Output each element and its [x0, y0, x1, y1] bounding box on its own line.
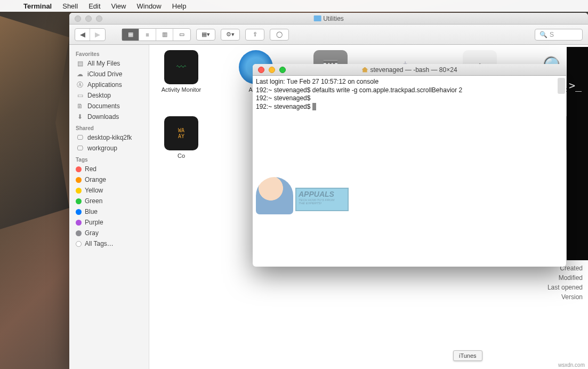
sidebar-icloud-drive[interactable]: ☁iCloud Drive — [69, 69, 149, 79]
app-label: Activity Monitor — [162, 86, 202, 93]
action-button[interactable]: ⚙▾ — [221, 29, 240, 41]
sidebar-item-label: iCloud Drive — [87, 70, 122, 78]
terminal-window: stevenaged — -bash — 80×24 Last login: T… — [253, 64, 566, 267]
applications-icon: Ⓐ — [76, 81, 84, 89]
tags-button[interactable]: ◯ — [270, 29, 289, 41]
tag-dot-icon — [76, 209, 82, 215]
menubar: Terminal Shell Edit View Window Help — [0, 0, 588, 12]
tag-red[interactable]: Red — [69, 164, 149, 174]
tag-green[interactable]: Green — [69, 196, 149, 206]
nav-buttons: ◀ ▶ — [75, 28, 106, 41]
terminal-title: stevenaged — -bash — 80×24 — [361, 66, 457, 74]
forward-button[interactable]: ▶ — [90, 29, 105, 41]
computer-icon: 🖵 — [76, 145, 84, 152]
tag-blue[interactable]: Blue — [69, 206, 149, 217]
console-icon: WAAY — [164, 116, 198, 150]
sidebar-item-label: Blue — [85, 208, 98, 215]
prompt-icon: >_ — [567, 47, 588, 124]
app-menu[interactable]: Terminal — [18, 2, 57, 10]
all-my-files-icon: ▤ — [76, 60, 84, 67]
tag-dot-icon — [76, 166, 82, 172]
sidebar-item-label: Orange — [85, 176, 106, 183]
sidebar-applications[interactable]: ⒶApplications — [69, 79, 149, 90]
window-menu[interactable]: Window — [132, 2, 167, 10]
app-console[interactable]: WAAY Co — [160, 116, 203, 159]
sidebar-item-label: All Tags… — [85, 240, 114, 247]
documents-icon: 🗎 — [76, 102, 84, 110]
sidebar-item-label: Green — [85, 197, 102, 205]
tags-header: Tags — [69, 154, 149, 164]
view-switcher: ▦ ≡ ▥ ▭ — [122, 28, 191, 41]
back-button[interactable]: ◀ — [75, 29, 90, 41]
shell-menu[interactable]: Shell — [57, 2, 83, 10]
sidebar-shared-desktop[interactable]: 🖵desktop-kikq2fk — [69, 132, 149, 143]
tag-dot-icon — [76, 220, 82, 226]
tag-orange[interactable]: Orange — [69, 174, 149, 185]
tag-all-tags[interactable]: All Tags… — [69, 238, 149, 249]
background-terminal-preview: >_ — [567, 47, 588, 260]
favorites-header: Favorites — [69, 48, 149, 58]
tag-purple[interactable]: Purple — [69, 217, 149, 228]
sidebar-downloads[interactable]: ⬇Downloads — [69, 111, 149, 122]
sidebar-item-label: Gray — [85, 229, 99, 237]
dock-tooltip: iTunes — [453, 350, 482, 361]
tag-dot-icon — [76, 177, 82, 183]
finder-zoom-button[interactable] — [96, 15, 102, 22]
finder-minimize-button[interactable] — [85, 15, 92, 22]
terminal-titlebar[interactable]: stevenaged — -bash — 80×24 — [253, 64, 566, 76]
terminal-zoom-button[interactable] — [279, 67, 286, 73]
downloads-icon: ⬇ — [76, 113, 84, 121]
terminal-line: 192:~ stevenaged$ — [256, 94, 312, 102]
list-view-button[interactable]: ≡ — [139, 29, 156, 41]
finder-close-button[interactable] — [75, 15, 81, 22]
info-modified-label: Modified — [547, 273, 583, 283]
terminal-line: 192:~ stevenaged$ — [256, 103, 312, 110]
finder-traffic-lights — [69, 15, 108, 22]
sidebar-shared-workgroup[interactable]: 🖵workgroup — [69, 143, 149, 154]
terminal-scrollbar[interactable] — [558, 78, 565, 94]
help-menu[interactable]: Help — [167, 2, 192, 10]
sidebar-item-label: Purple — [85, 219, 103, 226]
app-label: Co — [178, 153, 185, 159]
sidebar-documents[interactable]: 🗎Documents — [69, 101, 149, 111]
watermark-tagline2: THE EXPERTS! — [296, 202, 348, 205]
tag-dot-icon — [76, 198, 82, 204]
home-icon — [361, 67, 368, 73]
finder-sidebar: Favorites ▤All My Files ☁iCloud Drive ⒶA… — [69, 45, 149, 369]
tag-gray[interactable]: Gray — [69, 228, 149, 238]
search-field[interactable]: 🔍 S — [535, 29, 583, 41]
tag-dot-icon — [76, 230, 82, 236]
terminal-minimize-button[interactable] — [269, 67, 275, 73]
finder-title: Utilities — [313, 15, 344, 22]
watermark-brand: APPUALS — [296, 189, 348, 198]
image-credit: wsxdn.com — [558, 362, 585, 368]
coverflow-view-button[interactable]: ▭ — [173, 29, 190, 41]
search-icon: 🔍 — [539, 31, 547, 38]
sidebar-all-my-files[interactable]: ▤All My Files — [69, 58, 149, 69]
edit-menu[interactable]: Edit — [83, 2, 106, 10]
shared-header: Shared — [69, 122, 149, 132]
info-version-label: Version — [547, 292, 583, 302]
activity-monitor-icon: 〰 — [164, 50, 198, 84]
app-activity-monitor[interactable]: 〰 Activity Monitor — [160, 50, 203, 100]
view-menu[interactable]: View — [106, 2, 132, 10]
sidebar-item-label: Downloads — [87, 113, 119, 121]
sidebar-desktop[interactable]: ▭Desktop — [69, 90, 149, 101]
icon-view-button[interactable]: ▦ — [122, 29, 139, 41]
column-view-button[interactable]: ▥ — [156, 29, 173, 41]
terminal-body[interactable]: Last login: Tue Feb 27 10:57:12 on conso… — [253, 76, 566, 267]
tag-yellow[interactable]: Yellow — [69, 185, 149, 196]
mascot-icon — [256, 177, 293, 214]
sidebar-item-label: Documents — [87, 102, 120, 110]
search-placeholder: S — [550, 31, 554, 38]
sidebar-item-label: All My Files — [87, 60, 120, 67]
share-button[interactable]: ⇪ — [245, 29, 264, 41]
info-lastopened-label: Last opened — [547, 283, 583, 292]
finder-toolbar: ◀ ▶ ▦ ≡ ▥ ▭ ▦▾ ⚙▾ ⇪ ◯ 🔍 S — [69, 25, 588, 45]
finder-titlebar[interactable]: Utilities — [69, 13, 588, 25]
arrange-button[interactable]: ▦▾ — [196, 29, 215, 41]
tag-all-icon — [76, 241, 82, 247]
terminal-close-button[interactable] — [258, 67, 264, 73]
desktop-icon: ▭ — [76, 92, 84, 99]
terminal-traffic-lights — [253, 67, 291, 73]
